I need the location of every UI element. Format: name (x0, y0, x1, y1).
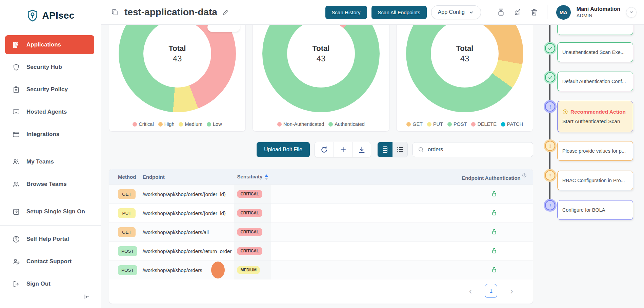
lock-icon (490, 228, 498, 235)
timeline-card-label: Configure for BOLA (562, 207, 605, 213)
legend-item-high[interactable]: High (158, 121, 175, 127)
arrow-circle-icon (562, 109, 568, 115)
scan-all-endpoints-button[interactable]: Scan All Endpoints (371, 6, 427, 19)
endpoint-path: /workshop/api/shop/orders/{order_id} (143, 191, 226, 197)
help-icon (12, 235, 20, 243)
legend-item-authenticated[interactable]: Authenticated (328, 121, 365, 127)
legend-dot (447, 122, 452, 127)
next-page-button[interactable]: › (510, 287, 513, 295)
app-config-dropdown[interactable]: App Config (431, 5, 481, 19)
library-icon (12, 41, 20, 49)
donut-chart[interactable] (262, 25, 380, 112)
timeline-card-please-provide-values-for-p[interactable]: Please provide values for p... (557, 141, 633, 161)
sidebar-item-setup-single-sign-on[interactable]: Setup Single Sign On (5, 202, 94, 221)
chart-card-2: Total43GETPUTPOSTDELETEPATCH (396, 25, 533, 132)
sidebar-nav: ApplicationsSecurity HubSecurity PolicyH… (0, 30, 101, 308)
timeline-status-alert-icon: ! (545, 170, 555, 180)
current-page[interactable]: 1 (485, 284, 497, 298)
legend-item-medium[interactable]: Medium (179, 121, 202, 127)
sidebar-item-self-help-portal[interactable]: Self Help Portal (5, 230, 94, 249)
refresh-icon[interactable] (315, 142, 334, 157)
timeline-card-label: RBAC Configuration in Pro... (562, 178, 625, 183)
timeline-card-start-authenticated-scan[interactable]: Recommended ActionStart Authenticated Sc… (557, 101, 633, 132)
main-content: Total43CriticalHighMediumLowTotal43Non-A… (101, 25, 542, 308)
legend-item-low[interactable]: Low (207, 121, 222, 127)
sidebar-item-security-hub[interactable]: Security Hub (5, 58, 94, 77)
timeline-card-partial[interactable] (557, 25, 633, 35)
legend-dot (277, 122, 282, 127)
check-icon (548, 46, 553, 51)
legend-label: Non-Authenticated (283, 121, 324, 127)
list-view-toggle[interactable] (393, 142, 407, 157)
legend-item-post[interactable]: POST (447, 121, 467, 127)
collapse-sidebar-icon[interactable] (83, 293, 90, 301)
donut-chart[interactable] (406, 25, 523, 112)
copy-icon[interactable] (111, 8, 119, 16)
column-header-label: Endpoint Authentication (462, 175, 521, 181)
people-icon (12, 180, 20, 188)
table-row[interactable]: PUT/workshop/api/shop/orders/{order_id}C… (109, 204, 533, 223)
user-name: Mani Automation (577, 6, 620, 13)
analytics-icon[interactable] (513, 8, 522, 17)
sidebar-item-label: Self Help Portal (26, 236, 69, 243)
app-config-label: App Config (438, 9, 465, 15)
table-view-toggle[interactable] (378, 142, 393, 157)
legend-dot (471, 122, 476, 127)
sidebar-item-integrations[interactable]: Integrations (5, 125, 94, 144)
legend-dot (179, 122, 183, 127)
endpoints-toolbar: Upload Bolt File (109, 142, 533, 157)
timeline-card-label: Please provide values for p... (562, 148, 626, 154)
timeline-card-configure-for-bola[interactable]: Configure for BOLA (557, 200, 633, 220)
timeline-card-default-authentication-conf[interactable]: Default Authentication Conf... (557, 72, 633, 91)
column-header-endpoint: Endpoint (140, 169, 235, 185)
sidebar-item-hosted-agents[interactable]: Hosted Agents (5, 102, 94, 121)
window-icon (12, 131, 20, 138)
sidebar-item-contact-support[interactable]: Contact Support (5, 252, 94, 271)
table-row[interactable]: POST/workshop/api/shop/orders/return_ord… (109, 242, 533, 261)
sort-icon[interactable] (265, 174, 268, 180)
sidebar-item-sign-out[interactable]: Sign Out (5, 274, 94, 293)
scan-status-timeline: Unauthenticated Scan Exe...Default Authe… (542, 25, 644, 308)
table-row[interactable]: POST/workshop/api/shop/ordersMEDIUM2 | 1 (109, 261, 533, 280)
timeline-card-rbac-configuration-in-pro[interactable]: RBAC Configuration in Pro... (557, 171, 633, 190)
prev-page-button[interactable]: ‹ (469, 287, 472, 295)
method-badge: GET (118, 227, 136, 237)
sidebar-item-security-policy[interactable]: Security Policy (5, 80, 94, 99)
info-icon (522, 173, 527, 178)
app: APIsec ApplicationsSecurity HubSecurity … (0, 0, 644, 308)
user-menu-chevron[interactable] (626, 7, 637, 18)
upload-bolt-file-button[interactable]: Upload Bolt File (257, 142, 310, 157)
legend-dot (406, 122, 411, 127)
sidebar-item-my-teams[interactable]: My Teams (5, 152, 94, 171)
edit-title-icon[interactable] (222, 9, 229, 16)
legend-item-delete[interactable]: DELETE (471, 121, 496, 127)
sidebar-item-label: Setup Single Sign On (26, 208, 85, 215)
trash-icon[interactable] (530, 8, 539, 17)
timeline-card-unauthenticated-scan-exe[interactable]: Unauthenticated Scan Exe... (557, 42, 633, 62)
donut-center-label: Total43 (456, 44, 474, 63)
legend-item-non-authenticated[interactable]: Non-Authenticated (277, 121, 324, 127)
add-endpoint-icon[interactable] (334, 142, 352, 157)
scan-history-button[interactable]: Scan History (325, 6, 367, 19)
legend-item-get[interactable]: GET (406, 121, 423, 127)
search-input[interactable] (428, 147, 528, 153)
table-row[interactable]: GET/workshop/api/shop/orders/allCRITICAL… (109, 223, 533, 242)
legend-item-put[interactable]: PUT (427, 121, 443, 127)
donut-chart[interactable] (119, 25, 236, 112)
sidebar-item-applications[interactable]: Applications (5, 35, 94, 54)
sidebar-item-browse-teams[interactable]: Browse Teams (5, 175, 94, 194)
table-row[interactable]: GET/workshop/api/shop/orders/{order_id}C… (109, 185, 533, 204)
legend-dot (501, 122, 505, 127)
legend-item-patch[interactable]: PATCH (501, 121, 523, 127)
legend-label: DELETE (477, 121, 496, 127)
column-header-sensitivity[interactable]: Sensitivity (234, 169, 271, 185)
printer-icon[interactable] (497, 8, 505, 17)
user-role: ADMIN (577, 13, 620, 19)
chevron-down-icon (629, 9, 634, 15)
download-icon[interactable] (352, 142, 371, 157)
avatar[interactable]: MA (556, 5, 571, 20)
legend-item-critical[interactable]: Critical (133, 121, 154, 127)
table-header-row: MethodEndpointSensitivityEndpoint Authen… (109, 169, 533, 185)
search-box (412, 142, 533, 157)
endpoint-path: /workshop/api/shop/orders (143, 267, 202, 273)
